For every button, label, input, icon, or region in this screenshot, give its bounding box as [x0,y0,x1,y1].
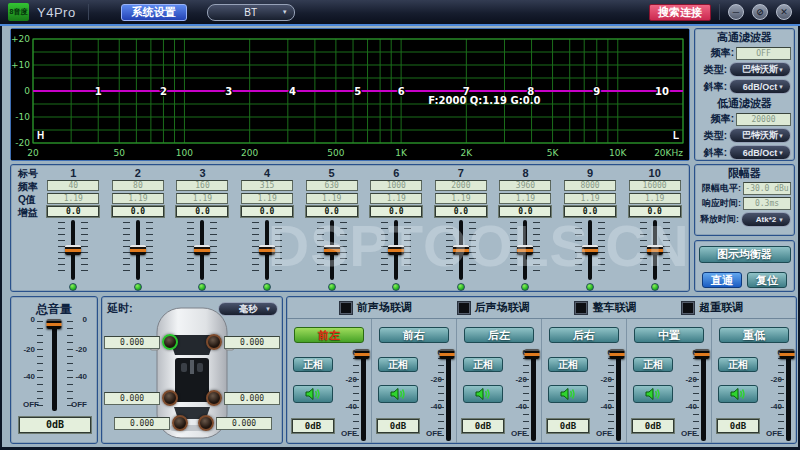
link-checkbox-item-0[interactable]: 前声场联调 [340,300,412,315]
eq-band-gain-slider[interactable] [376,220,416,280]
speaker-knob-subwoofer[interactable] [198,415,214,431]
eq-band-q-input[interactable]: 1.19 [241,193,293,204]
hpf-type-dropdown[interactable]: 巴特沃斯 ▼ [729,62,791,77]
eq-band-q-input[interactable]: 1.19 [47,193,99,204]
delay-input-subwoofer[interactable]: 0.000 [216,417,272,430]
search-connect-button[interactable]: 搜索连接 [649,4,711,21]
eq-band-frequency-input[interactable]: 160 [176,180,228,191]
hpf-slope-dropdown[interactable]: 6dB/Oct ▼ [729,79,791,94]
channel-gain-slider[interactable]: 0-20-40OFF [590,349,626,441]
phase-button[interactable]: 正相 [463,357,503,372]
eq-band-frequency-input[interactable]: 80 [112,180,164,191]
eq-band-q-input[interactable]: 1.19 [499,193,551,204]
slider-handle[interactable] [65,245,81,255]
slider-handle[interactable] [517,245,533,255]
channel-gain-slider[interactable]: 0-20-40OFF [675,349,711,441]
channel-gain-value[interactable]: 0dB [717,419,759,433]
graphic-eq-button[interactable]: 图示均衡器 [699,246,791,263]
link-checkbox-item-1[interactable]: 后声场联调 [458,300,530,315]
eq-band-q-input[interactable]: 1.19 [435,193,487,204]
eq-point-3[interactable]: 3 [225,86,232,97]
slider-handle[interactable] [610,349,625,359]
eq-band-q-input[interactable]: 1.19 [370,193,422,204]
close-button[interactable]: ✕ [776,4,792,20]
speaker-knob-rear-right[interactable] [206,390,222,406]
speaker-knob-front-right[interactable] [206,334,222,350]
phase-button[interactable]: 正相 [633,357,673,372]
speaker-knob-front-left[interactable] [162,334,178,350]
slider-handle[interactable] [47,319,62,329]
phase-button[interactable]: 正相 [378,357,418,372]
eq-band-gain-slider[interactable] [247,220,287,280]
slider-handle[interactable] [440,349,455,359]
channel-select-button[interactable]: 前左 [294,327,364,343]
eq-band-gain-input[interactable]: 0.0 [176,206,228,217]
delay-input-rear-left[interactable]: 0.000 [104,392,160,405]
limiter-level-input[interactable]: -30.0 dBu [743,182,791,195]
delay-input-front-left[interactable]: 0.000 [104,336,160,349]
delay-input-rear-right[interactable]: 0.000 [224,392,280,405]
eq-band-gain-slider[interactable] [570,220,610,280]
channel-select-button[interactable]: 后左 [464,327,534,343]
eq-point-4[interactable]: 4 [289,86,296,97]
system-settings-button[interactable]: 系统设置 [121,4,187,21]
eq-band-gain-slider[interactable] [118,220,158,280]
channel-gain-value[interactable]: 0dB [292,419,334,433]
eq-graph-svg[interactable]: +20+100-10-2020501002005001K2K5K10K20KHz… [11,29,689,160]
channel-gain-slider[interactable]: 0-20-40OFF [420,349,456,441]
eq-band-gain-slider[interactable] [505,220,545,280]
channel-gain-value[interactable]: 0dB [377,419,419,433]
channel-gain-value[interactable]: 0dB [547,419,589,433]
limiter-release-dropdown[interactable]: Atk*2 ▼ [741,212,791,227]
eq-band-q-input[interactable]: 1.19 [112,193,164,204]
checkbox[interactable] [340,302,352,314]
slider-handle[interactable] [453,245,469,255]
eq-band-gain-slider[interactable] [182,220,222,280]
eq-band-frequency-input[interactable]: 8000 [564,180,616,191]
eq-band-q-input[interactable]: 1.19 [629,193,681,204]
limiter-attack-input[interactable]: 0.3ms [743,197,791,210]
eq-point-2[interactable]: 2 [160,86,167,97]
reset-button[interactable]: 复位 [747,272,787,288]
eq-point-9[interactable]: 9 [593,86,600,97]
channel-gain-value[interactable]: 0dB [462,419,504,433]
eq-band-gain-input[interactable]: 0.0 [629,206,681,217]
eq-band-gain-input[interactable]: 0.0 [370,206,422,217]
eq-band-gain-input[interactable]: 0.0 [112,206,164,217]
slider-handle[interactable] [647,245,663,255]
delay-input-front-right[interactable]: 0.000 [224,336,280,349]
slider-handle[interactable] [582,245,598,255]
slider-handle[interactable] [259,245,275,255]
checkbox[interactable] [458,302,470,314]
phase-button[interactable]: 正相 [718,357,758,372]
eq-band-frequency-input[interactable]: 16000 [629,180,681,191]
eq-band-gain-input[interactable]: 0.0 [306,206,358,217]
checkbox[interactable] [575,302,587,314]
link-checkbox-item-3[interactable]: 超重联调 [682,300,743,315]
eq-band-q-input[interactable]: 1.19 [176,193,228,204]
eq-band-frequency-input[interactable]: 315 [241,180,293,191]
eq-point-1[interactable]: 1 [95,86,102,97]
slider-handle[interactable] [695,349,710,359]
channel-select-button[interactable]: 重低 [719,327,789,343]
slider-handle[interactable] [355,349,370,359]
slider-handle[interactable] [194,245,210,255]
hpf-freq-input[interactable]: OFF [736,47,791,60]
link-checkbox-item-2[interactable]: 整车联调 [575,300,636,315]
speaker-knob-rear-left[interactable] [162,390,178,406]
channel-select-button[interactable]: 前右 [379,327,449,343]
channel-select-button[interactable]: 后右 [549,327,619,343]
master-volume-slider[interactable]: 0-20-40OFF 0-20-40OFF [23,319,87,411]
eq-band-frequency-input[interactable]: 40 [47,180,99,191]
lpf-type-dropdown[interactable]: 巴特沃斯 ▼ [729,128,791,143]
mute-button[interactable] [548,385,588,403]
channel-gain-slider[interactable]: 0-20-40OFF [335,349,371,441]
eq-band-frequency-input[interactable]: 1000 [370,180,422,191]
channel-select-button[interactable]: 中置 [634,327,704,343]
channel-gain-slider[interactable]: 0-20-40OFF [760,349,796,441]
checkbox[interactable] [682,302,694,314]
slider-handle[interactable] [130,245,146,255]
eq-band-gain-input[interactable]: 0.0 [47,206,99,217]
eq-band-gain-input[interactable]: 0.0 [499,206,551,217]
eq-band-gain-slider[interactable] [441,220,481,280]
